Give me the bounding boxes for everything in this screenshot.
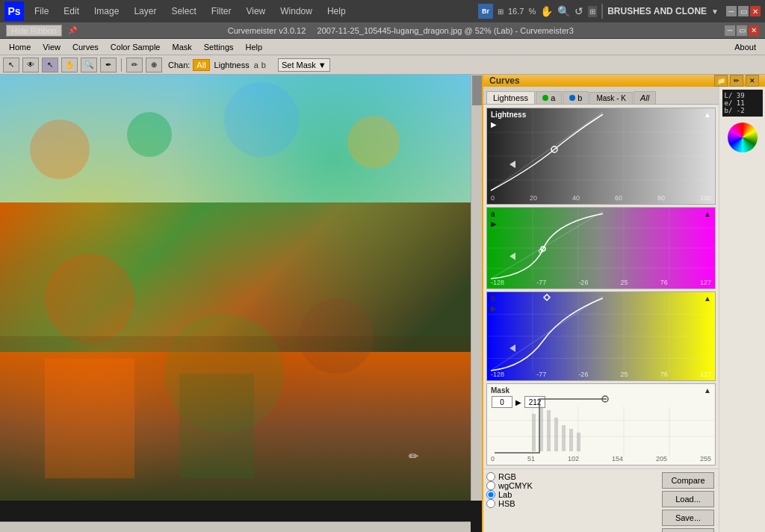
minimize-btn[interactable]: ─: [726, 6, 737, 16]
radio-lab[interactable]: Lab: [486, 490, 656, 499]
set-mask-btn[interactable]: Set Mask ▼: [278, 58, 330, 72]
b-chart-label: b: [491, 294, 495, 303]
tool-hand[interactable]: ✋: [61, 58, 78, 72]
menubar-colorsample[interactable]: Color Sample: [105, 41, 167, 53]
image-scrollbar[interactable]: [471, 75, 482, 501]
svg-rect-51: [562, 425, 566, 451]
a-chart[interactable]: a ▲ ▶: [486, 207, 716, 289]
menubar-settings[interactable]: Settings: [198, 41, 240, 53]
radio-hsb[interactable]: HSB: [486, 499, 656, 508]
chan-all[interactable]: All: [193, 59, 209, 71]
curves-icon-pen[interactable]: ✏: [730, 75, 743, 87]
tab-b[interactable]: b: [563, 91, 589, 104]
radio-rgb[interactable]: RGB: [486, 472, 656, 481]
tab-a[interactable]: a: [536, 91, 562, 104]
main-image: ✏: [0, 75, 478, 501]
tool-clone[interactable]: ⊕: [146, 58, 162, 72]
grid-icon[interactable]: ⊞: [588, 6, 597, 17]
lightness-label[interactable]: Lightness: [214, 61, 250, 69]
svg-marker-19: [510, 161, 515, 168]
curves-panel: Curves 📁 ✏ ✕ Lightness a: [482, 75, 765, 532]
menu-layer[interactable]: Layer: [129, 4, 161, 18]
svg-line-27: [491, 211, 603, 279]
tool-select[interactable]: ↖: [42, 58, 58, 72]
b-chart-play[interactable]: ▶: [491, 304, 497, 312]
tool-dropper[interactable]: ✏: [126, 58, 143, 72]
mask-chart-arrow[interactable]: ▲: [704, 386, 711, 395]
mask-chart[interactable]: Mask ▲ ▶: [486, 383, 716, 466]
doc-restore-btn[interactable]: ▭: [737, 25, 747, 36]
lightness-x2: 40: [572, 194, 580, 202]
menu-help[interactable]: Help: [323, 4, 350, 18]
menubar-help[interactable]: Help: [240, 41, 269, 53]
svg-rect-53: [577, 433, 580, 451]
svg-point-1: [127, 112, 172, 157]
menubar-curves[interactable]: Curves: [66, 41, 105, 53]
hide-ribbon-btn[interactable]: Hide Ribbon: [6, 25, 62, 37]
doc-close-btn[interactable]: ✕: [749, 25, 759, 36]
svg-line-17: [491, 112, 603, 191]
hand-tool-icon[interactable]: ✋: [540, 5, 553, 17]
lightness-chart[interactable]: Lightness ▲ ▶: [486, 108, 716, 205]
menu-edit[interactable]: Edit: [59, 4, 84, 18]
menu-image[interactable]: Image: [90, 4, 123, 18]
image-hscroll[interactable]: [0, 522, 471, 532]
toolbar: ↖ 👁 ↖ ✋ 🔍 ✒ ✏ ⊕ Chan: All Lightness a b …: [0, 55, 765, 75]
tab-lightness[interactable]: Lightness: [486, 91, 535, 104]
a-chart-play[interactable]: ▶: [491, 220, 497, 228]
menubar-home[interactable]: Home: [3, 41, 37, 53]
menu-view[interactable]: View: [241, 4, 270, 18]
menu-filter[interactable]: Filter: [207, 4, 236, 18]
curves-icon-folder[interactable]: 📁: [714, 75, 728, 87]
svg-rect-49: [547, 410, 551, 451]
brushes-clone-dropdown[interactable]: ▼: [711, 7, 719, 16]
lightness-x4: 80: [657, 194, 665, 202]
menu-file[interactable]: File: [30, 4, 53, 18]
menubar-about[interactable]: About: [728, 41, 762, 53]
tab-mask-k[interactable]: Mask - K: [589, 92, 632, 104]
tool-magnify[interactable]: 🔍: [81, 58, 97, 72]
curves-charts: Lightness ▲ ▶: [483, 105, 719, 468]
bridge-icon[interactable]: Br: [478, 4, 493, 19]
menu-select[interactable]: Select: [167, 4, 200, 18]
pin-icon[interactable]: 📌: [68, 26, 77, 34]
reset-btn[interactable]: Reset: [662, 528, 714, 532]
radio-wgcmyk[interactable]: wgCMYK: [486, 481, 656, 490]
svg-rect-8: [45, 359, 134, 478]
compare-btn[interactable]: Compare: [662, 472, 714, 489]
image-scroll-thumb[interactable]: [472, 75, 482, 105]
a-chart-arrow[interactable]: ▲: [704, 210, 711, 218]
radio-rgb-input[interactable]: [486, 472, 495, 481]
tool-eye[interactable]: 👁: [22, 58, 39, 72]
b-x5: 127: [700, 371, 711, 378]
zoom-value: 16.7: [508, 7, 524, 16]
radio-hsb-input[interactable]: [486, 499, 495, 508]
screen-mode-icon[interactable]: ⊞: [498, 7, 504, 16]
a-label[interactable]: a: [254, 61, 258, 69]
save-btn[interactable]: Save...: [662, 510, 714, 526]
radio-wgcmyk-input[interactable]: [486, 481, 495, 490]
lightness-chart-play[interactable]: ▶: [491, 120, 497, 129]
radio-lab-input[interactable]: [486, 490, 495, 499]
lightness-chart-arrow[interactable]: ▲: [704, 111, 711, 119]
zoom-tool-icon[interactable]: 🔍: [557, 5, 570, 17]
restore-btn[interactable]: ▭: [738, 6, 749, 16]
menubar-mask[interactable]: Mask: [166, 41, 197, 53]
rotate-icon[interactable]: ↺: [574, 5, 583, 17]
load-btn[interactable]: Load...: [662, 491, 714, 507]
curves-icon-close[interactable]: ✕: [746, 75, 759, 87]
menubar-view[interactable]: View: [37, 41, 66, 53]
b-x0: -128: [491, 371, 504, 378]
tab-all[interactable]: All: [634, 91, 656, 104]
tool-pen[interactable]: ✒: [100, 58, 117, 72]
b-label[interactable]: b: [261, 61, 266, 69]
svg-marker-30: [510, 253, 515, 260]
close-btn[interactable]: ✕: [750, 6, 761, 16]
a-chart-label: a: [491, 210, 495, 218]
menu-window[interactable]: Window: [276, 4, 317, 18]
a-x5: 127: [700, 279, 711, 286]
tool-arrow[interactable]: ↖: [3, 58, 19, 72]
doc-minimize-btn[interactable]: ─: [725, 25, 735, 36]
b-chart[interactable]: b ▲ ▶: [486, 291, 716, 381]
b-chart-arrow[interactable]: ▲: [704, 294, 711, 303]
